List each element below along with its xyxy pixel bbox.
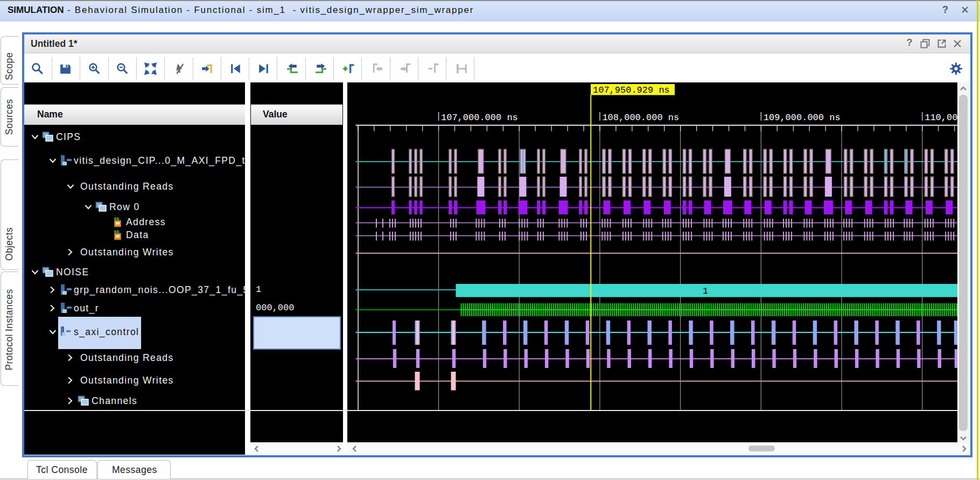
svg-text:108,000.000 ns: 108,000.000 ns bbox=[602, 113, 679, 123]
svg-text:110,000.000 ns: 110,000.000 ns bbox=[925, 113, 957, 123]
svg-text:107,950.929 ns: 107,950.929 ns bbox=[593, 85, 670, 95]
svg-text:107,000.000 ns: 107,000.000 ns bbox=[441, 113, 518, 123]
svg-text:1: 1 bbox=[703, 286, 708, 296]
svg-text:109,000.000 ns: 109,000.000 ns bbox=[764, 113, 841, 123]
